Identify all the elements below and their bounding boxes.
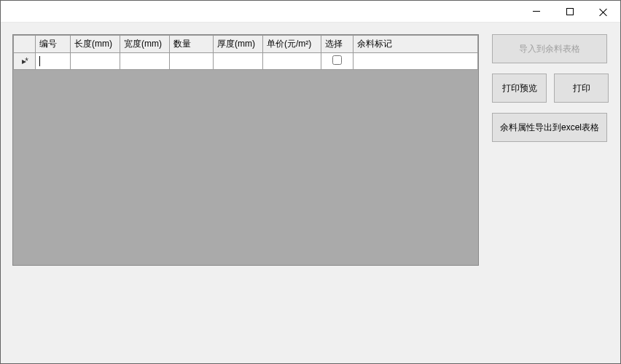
close-icon — [599, 7, 608, 16]
close-button[interactable] — [587, 1, 620, 23]
grid-cell-mark[interactable] — [354, 53, 478, 70]
import-button[interactable]: 导入到余料表格 — [492, 34, 607, 63]
grid-header-width[interactable]: 宽度(mm) — [120, 36, 170, 53]
grid-header-mark[interactable]: 余料标记 — [354, 36, 478, 53]
grid-cell-price[interactable] — [263, 53, 321, 70]
grid-cell-length[interactable] — [71, 53, 120, 70]
titlebar — [1, 1, 620, 23]
grid-header-price[interactable]: 单价(元/m²) — [263, 36, 321, 53]
maximize-icon — [566, 8, 574, 15]
grid-cell-thickness[interactable] — [214, 53, 263, 70]
grid-cell-select[interactable] — [321, 53, 354, 70]
grid-row-indicator: ▸* — [14, 53, 36, 70]
grid-header-qty[interactable]: 数量 — [170, 36, 214, 53]
client-area: 编号 长度(mm) 宽度(mm) 数量 厚度(mm) 单价(元/m²) 选择 余… — [1, 23, 620, 363]
grid-header-id[interactable]: 编号 — [36, 36, 71, 53]
minimize-button[interactable] — [520, 1, 553, 23]
grid-cell-qty[interactable] — [170, 53, 214, 70]
grid-cell-id[interactable] — [36, 53, 71, 70]
minimize-icon — [533, 11, 540, 12]
print-button[interactable]: 打印 — [554, 74, 609, 103]
grid-header-rowselector[interactable] — [14, 36, 36, 53]
grid-header-select[interactable]: 选择 — [321, 36, 354, 53]
grid-cell-width[interactable] — [120, 53, 170, 70]
print-preview-button[interactable]: 打印预览 — [492, 74, 547, 103]
grid-header-thickness[interactable]: 厚度(mm) — [214, 36, 263, 53]
text-caret — [39, 56, 40, 66]
export-excel-button[interactable]: 余料属性导出到excel表格 — [492, 113, 607, 142]
data-grid[interactable]: 编号 长度(mm) 宽度(mm) 数量 厚度(mm) 单价(元/m²) 选择 余… — [12, 34, 479, 266]
sidebar: 导入到余料表格 打印预览 打印 余料属性导出到excel表格 — [492, 34, 609, 352]
maximize-button[interactable] — [553, 1, 587, 23]
select-checkbox[interactable] — [332, 55, 342, 65]
grid-header-row: 编号 长度(mm) 宽度(mm) 数量 厚度(mm) 单价(元/m²) 选择 余… — [14, 36, 478, 53]
grid-new-row[interactable]: ▸* — [14, 53, 478, 70]
grid-header-length[interactable]: 长度(mm) — [71, 36, 120, 53]
print-button-row: 打印预览 打印 — [492, 74, 609, 103]
app-window: 编号 长度(mm) 宽度(mm) 数量 厚度(mm) 单价(元/m²) 选择 余… — [0, 0, 621, 364]
